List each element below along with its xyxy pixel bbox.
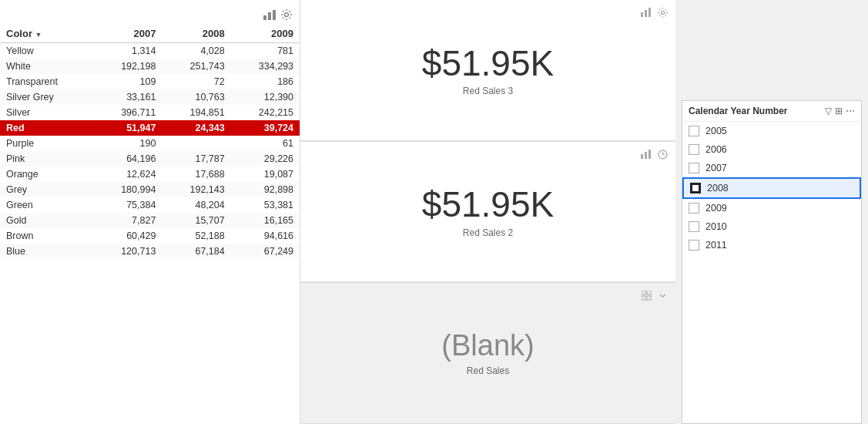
chart-medium-icon[interactable] xyxy=(639,148,653,163)
filter-funnel-icon[interactable]: ▽ xyxy=(825,106,832,116)
cell-color: Transparent xyxy=(0,74,93,89)
svg-rect-8 xyxy=(641,154,643,159)
filter-label-2007: 2007 xyxy=(705,163,727,173)
cell-2007: 120,713 xyxy=(93,244,162,259)
svg-rect-0 xyxy=(263,15,266,20)
svg-rect-2 xyxy=(273,10,276,20)
filter-checkbox-2009[interactable] xyxy=(689,203,699,214)
svg-rect-14 xyxy=(642,291,645,294)
cell-2008: 48,204 xyxy=(162,197,230,213)
cell-2009: 92,898 xyxy=(231,182,300,197)
table-row[interactable]: Silver 396,711 194,851 242,215 xyxy=(0,105,300,120)
cell-2008: 52,188 xyxy=(162,228,230,244)
chart-icon[interactable] xyxy=(263,8,276,22)
filter-label-2005: 2005 xyxy=(705,126,727,136)
cell-2007: 12,624 xyxy=(93,167,162,182)
filter-item-2007[interactable]: 2007 xyxy=(682,159,861,177)
gear-small-icon[interactable] xyxy=(656,6,669,22)
filter-item-2011[interactable]: 2011 xyxy=(682,236,861,254)
table-row[interactable]: Orange 12,624 17,688 19,087 xyxy=(0,167,300,182)
cell-2008: 194,851 xyxy=(162,105,230,120)
cell-2007: 180,994 xyxy=(93,182,162,197)
kpi-bottom-value: (Blank) xyxy=(441,330,534,362)
cell-2008: 192,143 xyxy=(162,182,230,197)
table-row[interactable]: Purple 190 61 xyxy=(0,136,300,151)
cell-color: Gold xyxy=(0,213,93,228)
cell-2008: 4,028 xyxy=(162,43,230,59)
filter-label-2010: 2010 xyxy=(705,221,727,232)
cell-color: Pink xyxy=(0,151,93,167)
filter-panel-container: Calendar Year Number ▽ ⊞ ⋯ 2005200620072… xyxy=(675,0,868,424)
table-row[interactable]: Gold 7,827 15,707 16,165 xyxy=(0,213,300,228)
cell-2008: 67,184 xyxy=(162,244,230,259)
table-row[interactable]: Yellow 1,314 4,028 781 xyxy=(0,43,300,59)
grid-icon[interactable] xyxy=(640,289,653,305)
table-row[interactable]: Green 75,384 48,204 53,381 xyxy=(0,197,300,213)
cell-2007: 51,947 xyxy=(93,120,162,136)
col-header-2008[interactable]: 2008 xyxy=(162,25,230,43)
filter-item-2008[interactable]: 2008 xyxy=(682,177,861,199)
chart-small-icon[interactable] xyxy=(639,6,653,22)
cell-2007: 64,196 xyxy=(93,151,162,167)
svg-rect-1 xyxy=(268,12,271,20)
svg-rect-6 xyxy=(648,8,651,17)
table-row[interactable]: Blue 120,713 67,184 67,249 xyxy=(0,244,300,259)
filter-expand-icon[interactable]: ⋯ xyxy=(846,106,855,116)
table-row[interactable]: White 192,198 251,743 334,293 xyxy=(0,59,300,74)
cell-2008: 17,688 xyxy=(162,167,230,182)
col-header-2009[interactable]: 2009 xyxy=(231,25,300,43)
kpi-bottom-icons xyxy=(640,289,669,305)
svg-rect-15 xyxy=(647,291,651,294)
filter-checkbox-2007[interactable] xyxy=(689,163,699,173)
color-sales-table: Color ▼ 2007 2008 2009 Yellow 1,314 4,02… xyxy=(0,25,300,259)
svg-rect-5 xyxy=(645,10,647,17)
cell-2009: 334,293 xyxy=(231,59,300,74)
filter-checkbox-2006[interactable] xyxy=(689,144,699,155)
cell-2007: 192,198 xyxy=(93,59,162,74)
filter-icons: ▽ ⊞ ⋯ xyxy=(825,106,855,116)
filter-label-2006: 2006 xyxy=(705,144,727,155)
cell-color: Grey xyxy=(0,182,93,197)
table-row[interactable]: Brown 60,429 52,188 94,616 xyxy=(0,228,300,244)
filter-search-icon[interactable]: ⊞ xyxy=(835,106,843,116)
table-row[interactable]: Grey 180,994 192,143 92,898 xyxy=(0,182,300,197)
kpi-bottom-label: Red Sales xyxy=(467,365,509,376)
col-header-2007[interactable]: 2007 xyxy=(93,25,162,43)
cell-2007: 1,314 xyxy=(93,43,162,59)
clock-icon[interactable] xyxy=(656,148,669,163)
filter-item-2005[interactable]: 2005 xyxy=(682,122,861,140)
filter-item-2009[interactable]: 2009 xyxy=(682,199,861,217)
settings-icon[interactable] xyxy=(280,8,293,22)
chevron-down-icon[interactable] xyxy=(656,289,669,305)
cell-2009: 53,381 xyxy=(231,197,300,213)
filter-label-2009: 2009 xyxy=(705,203,727,214)
top-spacer xyxy=(675,0,868,100)
filter-checkbox-2008[interactable] xyxy=(690,183,701,193)
kpi-top-icons xyxy=(639,6,669,22)
cell-color: Green xyxy=(0,197,93,213)
filter-item-2010[interactable]: 2010 xyxy=(682,217,861,236)
cell-color: Silver xyxy=(0,105,93,120)
filter-label-2011: 2011 xyxy=(705,240,727,251)
table-row[interactable]: Red 51,947 24,343 39,724 xyxy=(0,120,300,136)
cell-2009: 67,249 xyxy=(231,244,300,259)
filter-checkbox-2005[interactable] xyxy=(689,126,699,136)
table-toolbar xyxy=(0,8,300,25)
kpi-middle-value: $51.95K xyxy=(422,185,554,224)
cell-2009: 39,724 xyxy=(231,120,300,136)
cell-2007: 7,827 xyxy=(93,213,162,228)
table-row[interactable]: Transparent 109 72 186 xyxy=(0,74,300,89)
cell-2008: 251,743 xyxy=(162,59,230,74)
filter-title: Calendar Year Number xyxy=(689,106,788,116)
filter-items-list: 2005200620072008200920102011 xyxy=(682,122,861,254)
cell-color: Red xyxy=(0,120,93,136)
filter-item-2006[interactable]: 2006 xyxy=(682,140,861,159)
table-row[interactable]: Pink 64,196 17,787 29,226 xyxy=(0,151,300,167)
filter-checkbox-2011[interactable] xyxy=(689,240,699,251)
filter-checkbox-2010[interactable] xyxy=(689,221,699,232)
col-header-color[interactable]: Color ▼ xyxy=(0,25,93,43)
table-panel: Color ▼ 2007 2008 2009 Yellow 1,314 4,02… xyxy=(0,0,300,424)
table-row[interactable]: Silver Grey 33,161 10,763 12,390 xyxy=(0,89,300,105)
cell-color: Orange xyxy=(0,167,93,182)
cell-color: Blue xyxy=(0,244,93,259)
